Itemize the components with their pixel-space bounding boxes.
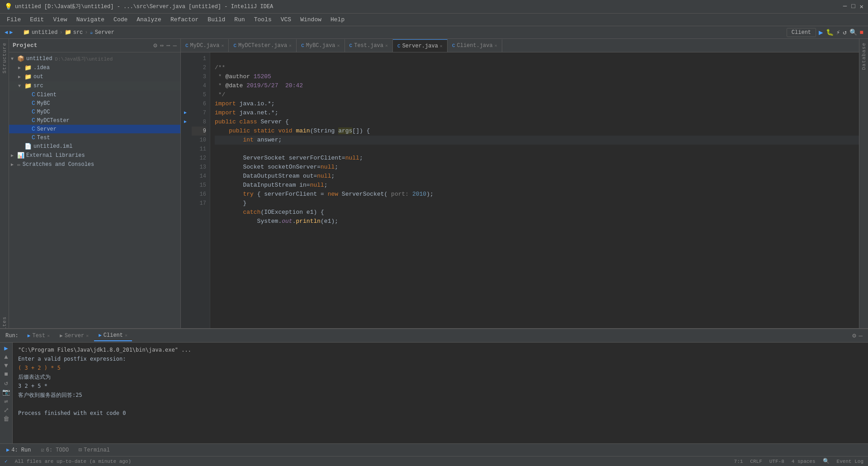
structure-panel-label[interactable]: Structure [2,39,7,77]
maximize-button[interactable]: □ [851,3,855,10]
tab-close-test[interactable]: ✕ [385,43,388,48]
run-tool-tab[interactable]: ▶ 4: Run [2,445,35,455]
run-tab-test-icon: ▶ [28,333,31,339]
run-tab-server-close[interactable]: ✕ [86,333,89,339]
tab-close-mydctester[interactable]: ✕ [289,43,292,48]
tab-testjava[interactable]: C Test.java ✕ [345,39,393,52]
run-tab-client-close[interactable]: ✕ [125,333,127,338]
run-button[interactable]: ▶ [819,28,823,37]
menu-analyze[interactable]: Analyze [132,14,166,25]
todo-tool-tab[interactable]: ☑ 6: TODO [36,445,73,455]
breadcrumb-project-icon: 📁 [23,29,30,36]
menu-refactor[interactable]: Refactor [166,14,203,25]
run-scroll-down-icon[interactable]: ▼ [4,362,8,369]
run-tab-test[interactable]: ▶ Test ✕ [23,331,54,341]
run-scroll-up-icon[interactable]: ▲ [4,353,8,361]
menu-code[interactable]: Code [109,14,132,25]
menu-vcs[interactable]: VCS [276,14,296,25]
tree-item-extlibs[interactable]: ▶ 📊 External Libraries [9,151,180,160]
tab-mydcjava[interactable]: C MyDC.java ✕ [181,39,229,52]
breadcrumb-project[interactable]: untitled [32,29,58,36]
menu-edit[interactable]: Edit [25,14,48,25]
close-button[interactable]: ✕ [860,3,863,10]
menu-file[interactable]: File [2,14,25,25]
run-tab-client[interactable]: ▶ Client ✕ [94,330,132,341]
run-expand-icon[interactable]: ⤢ [4,406,9,414]
run-panel-close-icon[interactable]: — [859,332,863,339]
project-minimize-icon[interactable]: — [173,42,177,49]
debug-button[interactable]: 🐛 [826,28,834,36]
menu-run[interactable]: Run [230,14,249,25]
event-log-label[interactable]: Event Log [837,459,863,464]
breadcrumb-class[interactable]: Server [95,29,114,36]
tree-item-out[interactable]: ▶ 📁 out [9,72,180,81]
coverage-button[interactable]: ⚡ [836,28,840,36]
breadcrumb-sep1: › [59,29,62,36]
run-play-icon[interactable]: ▶ [4,344,8,352]
tab-close-mybc[interactable]: ✕ [337,43,340,48]
code-editor[interactable]: ▶ ▶ 12345 678 9 1011121314 151617 /** * [181,52,859,340]
tab-clientjava[interactable]: C Client.java ✕ [448,39,502,52]
tree-label-untitled: untitled [26,56,52,62]
menu-window[interactable]: Window [296,14,326,25]
menu-view[interactable]: View [48,14,71,25]
run-tab-server[interactable]: ▶ Server ✕ [55,331,93,341]
stop-button[interactable]: ■ [860,29,863,36]
terminal-tool-tab[interactable]: ⊡ Terminal [74,445,114,455]
tree-item-scratches[interactable]: ▶ ✏ Scratches and Consoles [9,160,180,169]
tree-item-mydc[interactable]: ▶ C MyDC [9,108,180,116]
tab-mydctesterjava[interactable]: C MyDCTester.java ✕ [229,39,297,52]
editor-area: C MyDC.java ✕ C MyDCTester.java ✕ C MyBC… [181,39,859,351]
tree-item-iml[interactable]: ▶ 📄 untitled.iml [9,142,180,151]
title-bar: 💡 untitled [D:\Java练习\untitled] - ...\sr… [0,0,868,14]
tree-item-test[interactable]: ▶ C Test [9,133,180,142]
project-expand-icon[interactable]: ⇔ [160,42,164,49]
tab-label-mydctester: MyDCTester.java [238,42,287,49]
tab-mybcjava[interactable]: C MyBC.java ✕ [297,39,344,52]
menu-build[interactable]: Build [203,14,230,25]
code-gutter: ▶ ▶ [181,52,190,340]
run-output-blank [18,400,863,409]
run-stop-icon[interactable]: ■ [4,371,8,378]
terminal-tool-label: Terminal [84,447,110,453]
database-panel-label[interactable]: Database [861,39,867,74]
tree-item-untitled[interactable]: ▼ 📦 untitled D:\Java练习\untitled [9,54,180,63]
project-settings-icon[interactable]: ⚙ [153,42,157,49]
tree-item-idea[interactable]: ▶ 📁 .idea [9,63,180,72]
status-encoding[interactable]: UTF-8 [769,459,784,464]
status-position[interactable]: 7:1 [734,459,743,464]
run-rerun-icon[interactable]: ↺ [4,379,8,387]
menu-help[interactable]: Help [326,14,349,25]
run-tab-test-close[interactable]: ✕ [47,333,50,339]
tree-item-src[interactable]: ▼ 📁 src [9,81,180,90]
tree-item-mybc[interactable]: ▶ C MyBC [9,99,180,108]
project-gear-icon[interactable]: ⋯ [166,42,170,49]
status-indent[interactable]: 4 spaces [792,459,816,464]
tab-serverjava[interactable]: C Server.java ✕ [393,39,448,52]
minimize-button[interactable]: ─ [843,3,847,10]
search-button[interactable]: 🔍 [849,28,857,36]
folder-idea-icon: 📁 [24,64,32,71]
menu-navigate[interactable]: Navigate [72,14,109,25]
tab-close-server[interactable]: ✕ [440,43,443,49]
tab-close-mydc[interactable]: ✕ [221,43,224,48]
tab-label-mybc: MyBC.java [306,42,335,49]
settings-icon[interactable]: ⚙ [852,332,856,339]
reload-button[interactable]: ↺ [843,28,846,36]
tab-label-server: Server.java [402,43,438,49]
tree-item-client[interactable]: ▶ C Client [9,90,180,99]
run-tool-icon: ▶ [6,447,9,453]
run-config-dropdown[interactable]: Client [787,28,816,37]
tab-close-client[interactable]: ✕ [495,43,497,48]
status-line-ending[interactable]: CRLF [750,459,762,464]
run-screenshot-icon[interactable]: 📷 [2,388,10,396]
menu-tools[interactable]: Tools [250,14,276,25]
java-mydc-icon: C [32,108,35,115]
tree-item-mydctester[interactable]: ▶ C MyDCTester [9,116,180,125]
code-text[interactable]: /** * @author 15205 * @date 2019/5/27 20… [210,52,859,340]
run-trash-icon[interactable]: 🗑 [3,415,9,423]
run-wrap-icon[interactable]: ⇌ [4,397,8,405]
tree-item-server[interactable]: ▶ C Server [9,125,180,133]
expand-arrow-scratches-icon: ▶ [11,162,17,167]
breadcrumb-src[interactable]: src [73,29,83,36]
